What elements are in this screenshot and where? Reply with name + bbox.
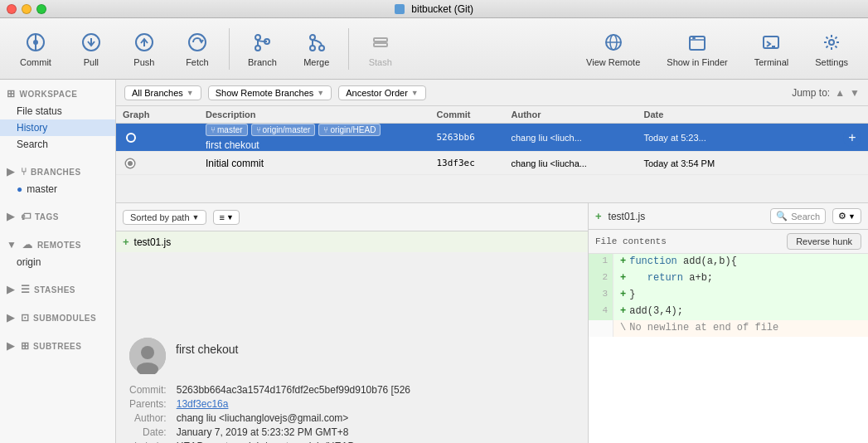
- merge-button[interactable]: Merge: [292, 26, 342, 72]
- remotes-header: ▼ ☁ REMOTES: [0, 236, 115, 254]
- jump-down-icon[interactable]: ▼: [850, 87, 860, 99]
- fetch-label: Fetch: [186, 57, 209, 67]
- window-controls[interactable]: [7, 4, 46, 14]
- sidebar-item-history[interactable]: History: [0, 119, 115, 136]
- settings-button[interactable]: Settings: [803, 26, 860, 72]
- settings-label: Settings: [815, 57, 848, 67]
- diff-file-added-icon: +: [595, 210, 602, 222]
- pull-label: Pull: [84, 57, 99, 67]
- history-label: History: [17, 122, 47, 134]
- toolbar-divider-2: [348, 28, 349, 70]
- graph-dot-2: [126, 159, 134, 168]
- sort-by-path-button[interactable]: Sorted by path ▼: [123, 210, 206, 225]
- author-meta-value: chang liu <liuchanglovejs@gmail.com>: [177, 412, 575, 424]
- view-remote-button[interactable]: View Remote: [575, 26, 652, 72]
- table-row[interactable]: ⑂ master ⑂ origin/master ⑂ origin/HEAD f…: [116, 124, 868, 152]
- diff-line-num: [589, 320, 613, 337]
- search-label: Search: [17, 139, 48, 150]
- diff-line-content: +}: [613, 287, 868, 304]
- row-author-1: chang liu <liuch...: [505, 133, 638, 143]
- diff-search[interactable]: 🔍 Search: [770, 208, 826, 224]
- sidebar-item-search[interactable]: Search: [0, 136, 115, 153]
- author-meta-label: Author:: [129, 412, 167, 424]
- remotes-expand-icon[interactable]: ▼: [7, 239, 17, 251]
- row-date-1: Today at 5:23... +: [638, 129, 869, 147]
- commit-button[interactable]: Commit: [8, 26, 63, 72]
- content-area: All Branches ▼ Show Remote Branches ▼ An…: [116, 80, 868, 443]
- sidebar-item-file-status[interactable]: File status: [0, 103, 115, 119]
- toolbar-divider-1: [229, 28, 230, 70]
- all-branches-select[interactable]: All Branches ▼: [124, 85, 201, 100]
- tags-expand-icon[interactable]: ▶: [7, 211, 15, 222]
- svg-point-14: [319, 46, 324, 51]
- list-arrow-icon: ▼: [226, 213, 234, 222]
- fetch-button[interactable]: Fetch: [172, 26, 222, 72]
- close-button[interactable]: [7, 4, 17, 14]
- workspace-icon: ⊞: [7, 88, 16, 100]
- subtrees-header: ▶ ⊞ SUBTREES: [0, 337, 115, 355]
- svg-point-12: [310, 35, 315, 40]
- branches-expand-icon[interactable]: ▶: [7, 166, 15, 178]
- diff-filename: test01.js: [609, 211, 646, 222]
- commit-meta: Commit: 5263bb664ac3a1574d176fdf2ec5bef9…: [129, 384, 575, 444]
- avatar: [129, 338, 166, 374]
- search-icon: 🔍: [776, 211, 788, 222]
- commit-title: first chekout: [176, 343, 238, 356]
- diff-line-content: +function add(a,b){: [613, 254, 868, 270]
- stashes-section: ▶ ☰ STASHES: [0, 275, 115, 304]
- subtrees-expand-icon[interactable]: ▶: [7, 340, 15, 352]
- parents-meta-value[interactable]: 13df3ec16a: [177, 398, 575, 410]
- maximize-button[interactable]: [36, 4, 46, 14]
- svg-point-8: [255, 35, 260, 40]
- pull-icon: [80, 31, 103, 54]
- title-bar: bitbucket (Git): [0, 0, 868, 18]
- row-author-2: chang liu <liucha...: [505, 158, 638, 168]
- stashes-expand-icon[interactable]: ▶: [7, 284, 15, 295]
- history-table: ⑂ master ⑂ origin/master ⑂ origin/HEAD f…: [116, 124, 868, 202]
- diff-line-num: 2: [589, 270, 613, 287]
- branch-icon: [250, 31, 274, 54]
- tags-header: ▶ 🏷 TAGS: [0, 207, 115, 226]
- svg-point-13: [310, 46, 315, 51]
- table-row[interactable]: Initial commit 13df3ec chang liu <liucha…: [116, 152, 868, 175]
- all-branches-arrow: ▼: [187, 89, 194, 97]
- stash-button[interactable]: Stash: [356, 26, 405, 72]
- ancestor-order-label: Ancestor Order: [346, 88, 408, 98]
- svg-point-9: [255, 46, 260, 51]
- sidebar-item-master[interactable]: ● master: [0, 181, 115, 197]
- file-panel: Sorted by path ▼ ≡ ▼ + test01.js: [116, 203, 589, 443]
- submodules-label: SUBMODULES: [33, 314, 96, 323]
- file-panel-toolbar: Sorted by path ▼ ≡ ▼: [116, 203, 588, 231]
- row-desc-2: Initial commit: [199, 158, 430, 169]
- ancestor-order-select[interactable]: Ancestor Order ▼: [338, 85, 426, 100]
- pull-button[interactable]: Pull: [66, 26, 116, 72]
- push-button[interactable]: Push: [119, 26, 169, 72]
- stash-section-icon: ☰: [21, 284, 31, 295]
- col-graph-header: Graph: [116, 110, 199, 119]
- jump-to: Jump to: ▲ ▼: [792, 87, 860, 99]
- add-commit-button[interactable]: +: [843, 129, 861, 147]
- show-in-finder-button[interactable]: Show in Finder: [655, 26, 739, 72]
- branches-header: ▶ ⑂ BRANCHES: [0, 163, 115, 181]
- list-item[interactable]: + test01.js: [116, 231, 588, 253]
- branch-button[interactable]: Branch: [236, 26, 289, 72]
- show-remote-branches-select[interactable]: Show Remote Branches ▼: [208, 85, 332, 100]
- diff-settings-button[interactable]: ⚙ ▼: [832, 208, 861, 224]
- file-name: test01.js: [134, 236, 172, 248]
- push-icon: [133, 31, 156, 54]
- jump-up-icon[interactable]: ▲: [835, 87, 845, 99]
- list-view-button[interactable]: ≡ ▼: [213, 210, 239, 225]
- commit-meta-value: 5263bb664ac3a1574d176fdf2ec5bef99d910b76…: [177, 384, 575, 396]
- diff-panel: + test01.js 🔍 Search ⚙ ▼: [589, 203, 868, 443]
- commit-icon: [24, 31, 47, 54]
- svg-rect-22: [692, 37, 696, 39]
- origin-label: origin: [17, 256, 41, 268]
- minimize-button[interactable]: [22, 4, 32, 14]
- reverse-hunk-button[interactable]: Reverse hunk: [787, 233, 861, 250]
- workspace-section: ⊞ WORKSPACE File status History Search: [0, 80, 115, 158]
- submodules-expand-icon[interactable]: ▶: [7, 312, 15, 324]
- branches-section: ▶ ⑂ BRANCHES ● master: [0, 158, 115, 202]
- sidebar-item-origin[interactable]: origin: [0, 254, 115, 270]
- diff-line: 1 +function add(a,b){: [589, 254, 868, 270]
- terminal-button[interactable]: Terminal: [743, 26, 801, 72]
